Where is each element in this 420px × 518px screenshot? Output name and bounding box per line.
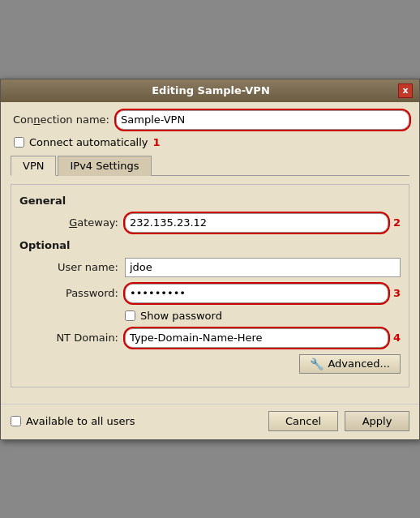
vpn-tab-content: General Gateway: 2 Optional User name: <box>11 184 409 387</box>
connection-name-label: Connection name: <box>11 113 116 126</box>
callout-2: 2 <box>393 216 401 229</box>
tab-ipv4-settings[interactable]: IPv4 Settings <box>58 156 151 176</box>
dialog-body: Connection name: Connect automatically 1… <box>1 102 419 404</box>
tab-bar: VPN IPv4 Settings <box>11 155 409 176</box>
advanced-row: 🔧 Advanced... <box>19 354 401 374</box>
available-to-all-users-label: Available to all users <box>26 415 135 427</box>
show-password-label: Show password <box>140 310 222 322</box>
tab-vpn[interactable]: VPN <box>11 156 56 176</box>
callout-4: 4 <box>393 332 401 344</box>
nt-domain-row: NT Domain: 4 <box>19 328 401 348</box>
username-label: User name: <box>19 261 125 273</box>
show-password-row: Show password <box>19 310 401 322</box>
password-row: Password: 3 <box>19 284 401 303</box>
password-input[interactable] <box>125 284 388 303</box>
gateway-row: Gateway: 2 <box>19 213 401 233</box>
bottom-buttons: Cancel Apply <box>268 411 409 431</box>
gateway-input[interactable] <box>125 213 388 233</box>
connect-automatically-label: Connect automatically <box>29 136 148 148</box>
optional-section-title: Optional <box>19 239 401 251</box>
available-to-all-users-checkbox[interactable] <box>11 416 21 426</box>
username-input[interactable] <box>125 258 401 277</box>
callout-3: 3 <box>393 287 401 299</box>
available-to-all-users-row: Available to all users <box>11 415 135 427</box>
optional-section: Optional User name: Password: 3 Show pas… <box>19 239 401 348</box>
close-button[interactable]: x <box>398 83 413 98</box>
gateway-label: Gateway: <box>19 216 125 229</box>
dialog-title: Editing Sample-VPN <box>24 84 398 96</box>
nt-domain-label: NT Domain: <box>19 332 125 344</box>
connect-automatically-row: Connect automatically 1 <box>11 136 409 148</box>
advanced-button[interactable]: 🔧 Advanced... <box>299 354 401 374</box>
callout-1: 1 <box>153 136 161 148</box>
title-bar: Editing Sample-VPN x <box>1 79 419 102</box>
connection-name-input[interactable] <box>116 110 409 130</box>
wrench-icon: 🔧 <box>310 357 324 370</box>
username-row: User name: <box>19 258 401 277</box>
connect-automatically-checkbox[interactable] <box>14 137 24 148</box>
dialog-window: Editing Sample-VPN x Connection name: Co… <box>0 79 420 440</box>
nt-domain-input[interactable] <box>125 328 388 348</box>
cancel-button[interactable]: Cancel <box>268 411 338 431</box>
show-password-checkbox[interactable] <box>125 310 135 321</box>
bottom-bar: Available to all users Cancel Apply <box>1 404 419 439</box>
connection-name-row: Connection name: <box>11 110 409 130</box>
general-section-title: General <box>19 195 401 207</box>
password-label: Password: <box>19 287 125 299</box>
apply-button[interactable]: Apply <box>345 411 409 431</box>
